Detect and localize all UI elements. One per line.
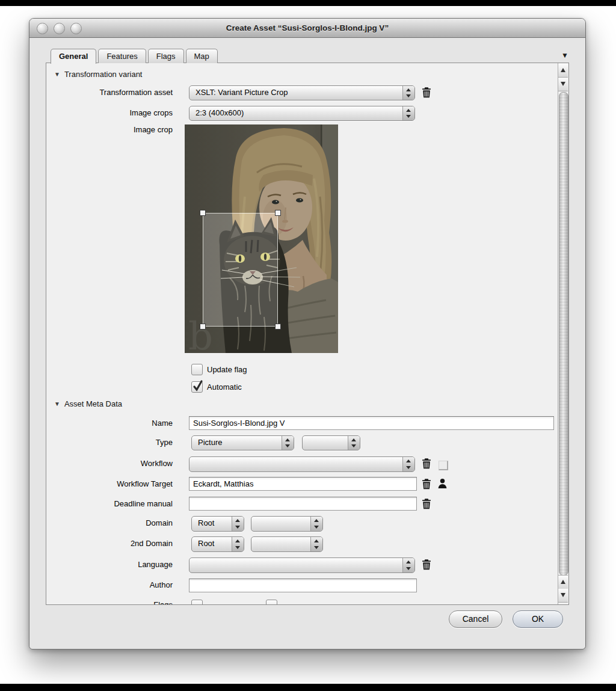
stepper-icon [232,537,244,551]
second-domain-label: 2nd Domain [46,539,173,548]
workflow-target-input[interactable] [189,477,417,491]
screenshot-frame: Create Asset “Susi-Sorglos-I-Blond.jpg V… [0,0,616,691]
author-label: Author [46,580,173,590]
section-title: Asset Meta Data [64,399,122,408]
name-input[interactable] [189,416,554,430]
form-panel: ▼ Transformation variant Transformation … [46,63,569,605]
domain-dropdown[interactable]: Root [191,516,244,532]
disclosure-triangle-icon[interactable]: ▼ [54,71,60,78]
workflow-label: Workflow [46,459,173,468]
language-label: Language [46,560,173,570]
letterbox-bottom [0,684,616,691]
stepper-icon [282,436,294,450]
clipped-row-label: Flags [46,600,173,605]
trash-icon[interactable] [421,559,432,570]
update-flag-label: Update flag [207,365,247,375]
trash-icon[interactable] [421,458,432,469]
trash-icon[interactable] [421,87,432,98]
image-crop-label: Image crop [46,125,173,135]
tab-features[interactable]: Features [98,49,146,63]
tab-bar: General Features Flags Map [51,49,218,63]
author-input[interactable] [189,579,417,592]
tab-overflow-icon[interactable]: ▼ [561,51,568,60]
person-icon[interactable] [437,478,448,490]
stepper-icon [402,86,414,100]
clipped-checkbox-1[interactable] [191,600,203,605]
type-label: Type [46,438,173,447]
tab-flags[interactable]: Flags [148,49,184,63]
section-transformation-variant[interactable]: ▼ Transformation variant [54,69,142,79]
scrollbar-thumb[interactable] [559,92,568,576]
language-dropdown[interactable] [189,557,415,573]
dialog-window: Create Asset “Susi-Sorglos-I-Blond.jpg V… [29,18,586,650]
tab-map[interactable]: Map [186,49,218,63]
vertical-scrollbar[interactable] [558,63,568,604]
scroll-down-icon[interactable] [558,589,568,603]
automatic-checkbox[interactable] [191,381,203,393]
deadline-manual-label: Deadline manual [46,499,173,509]
window-body: General Features Flags Map ▼ ▼ Transform… [29,38,585,649]
type-secondary-dropdown[interactable] [302,435,360,450]
section-title: Transformation variant [64,70,143,79]
transformation-asset-dropdown[interactable]: XSLT: Variant Picture Crop [189,85,415,100]
scroll-down-icon[interactable] [558,78,568,91]
workflow-dropdown[interactable] [189,456,415,472]
domain-label: Domain [46,518,173,528]
disclosure-triangle-icon[interactable]: ▼ [54,401,60,407]
trash-icon[interactable] [421,498,432,509]
stepper-icon [402,558,414,573]
letterbox-top [0,0,616,6]
stepper-icon [402,106,414,120]
section-asset-meta-data[interactable]: ▼ Asset Meta Data [54,399,122,408]
name-label: Name [46,419,173,428]
stepper-icon [402,457,414,471]
transformation-asset-label: Transformation asset [46,88,173,97]
second-domain-dropdown[interactable]: Root [191,536,244,552]
clipped-checkbox-2[interactable] [266,600,277,605]
domain-secondary-dropdown[interactable] [251,516,323,532]
stepper-icon [348,436,360,450]
stepper-icon [310,517,322,531]
workflow-target-label: Workflow Target [46,479,173,489]
update-flag-checkbox[interactable] [191,364,203,375]
titlebar[interactable]: Create Asset “Susi-Sorglos-I-Blond.jpg V… [29,19,585,38]
trash-icon[interactable] [421,478,432,490]
stepper-icon [310,537,322,551]
image-crops-dropdown[interactable]: 2:3 (400x600) [189,106,415,121]
automatic-label: Automatic [207,382,242,392]
ok-button[interactable]: OK [513,610,563,628]
scroll-up-icon[interactable] [558,575,568,589]
image-crops-label: Image crops [46,108,173,118]
crop-handle-icon [200,210,281,330]
cancel-button[interactable]: Cancel [449,610,502,628]
stepper-icon [232,517,244,531]
image-crop-canvas[interactable]: b [185,124,338,353]
deadline-manual-input[interactable] [189,497,417,511]
crop-handles[interactable] [185,124,338,353]
type-dropdown[interactable]: Picture [191,435,294,450]
window-title: Create Asset “Susi-Sorglos-I-Blond.jpg V… [29,19,585,37]
corner-bracket-icon[interactable] [439,461,448,470]
tab-general[interactable]: General [51,49,96,64]
scroll-up-icon[interactable] [558,64,568,78]
second-domain-secondary-dropdown[interactable] [251,536,323,552]
